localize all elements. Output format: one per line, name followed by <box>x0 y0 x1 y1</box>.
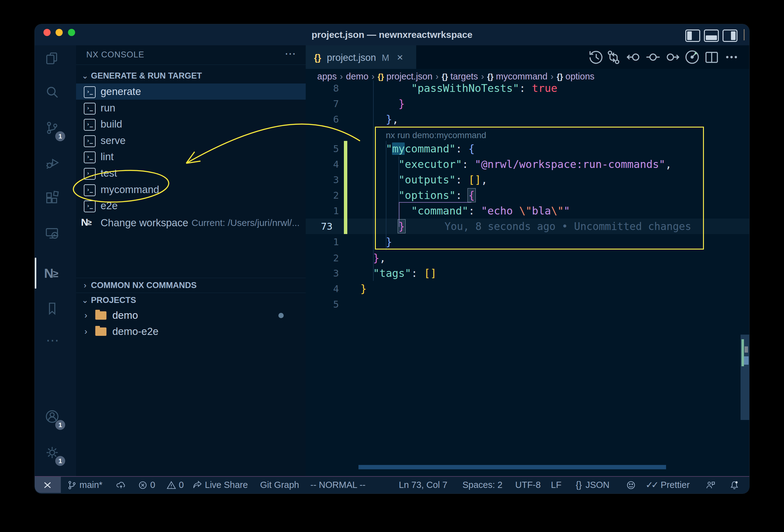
next-change-icon[interactable] <box>664 49 681 66</box>
toggle-panel-icon[interactable] <box>704 29 719 42</box>
branch-name: main* <box>80 480 103 490</box>
line-number[interactable]: 4 <box>306 157 339 172</box>
breadcrumb-apps[interactable]: apps <box>317 72 337 81</box>
chevron-down-icon: ⌄ <box>80 69 90 82</box>
line-number[interactable]: 7 <box>306 96 339 111</box>
more-views-icon[interactable]: ⋯ <box>46 333 60 347</box>
code-line[interactable]: }, <box>360 250 386 266</box>
target-item-generate[interactable]: ›_ generate <box>76 83 306 100</box>
code-line[interactable]: "tags": [] <box>360 265 437 281</box>
tab-project-json[interactable]: {} project.json M × <box>306 45 416 69</box>
target-item-build[interactable]: ›_ build <box>76 116 306 132</box>
feedback-smiley-button[interactable] <box>626 477 639 493</box>
section-common-nx-commands[interactable]: › COMMON NX COMMANDS <box>76 279 306 291</box>
timeline-history-icon[interactable] <box>588 49 605 66</box>
sidebar-more-actions-icon[interactable]: ⋯ <box>285 47 297 60</box>
target-item-e2e[interactable]: ›_ e2e <box>76 198 306 214</box>
close-tab-icon[interactable]: × <box>397 51 403 63</box>
indentation-status[interactable]: Spaces: 2 <box>463 477 503 493</box>
more-actions-icon[interactable] <box>723 49 740 66</box>
current-change-icon[interactable] <box>644 49 662 66</box>
line-number[interactable]: 2 <box>306 188 339 203</box>
errors-status[interactable]: 0 <box>138 477 155 493</box>
feedback-person-button[interactable] <box>705 477 718 493</box>
code-line[interactable]: "passWithNoTests": true <box>360 80 557 96</box>
eol-status[interactable]: LF <box>551 477 561 493</box>
breadcrumb-demo[interactable]: demo <box>346 72 369 81</box>
run-debug-icon[interactable] <box>45 156 59 170</box>
project-item-demo[interactable]: › demo <box>76 307 306 324</box>
overview-ruler-mark <box>745 346 748 353</box>
search-icon[interactable] <box>45 85 59 100</box>
prettier-status[interactable]: ✓✓Prettier <box>646 477 690 493</box>
modified-lines-gutter-bar <box>344 141 347 234</box>
vim-mode-indicator[interactable]: -- NORMAL -- <box>310 477 366 493</box>
nx-console-icon[interactable]: N≥ <box>44 266 58 281</box>
sync-changes-button[interactable] <box>116 477 129 493</box>
section-generate-run-target[interactable]: ⌄ GENERATE & RUN TARGET <box>76 69 306 82</box>
line-number[interactable]: 2 <box>306 250 339 266</box>
sidebar-title: NX CONSOLE <box>86 49 144 61</box>
chevron-right-icon[interactable]: › <box>84 307 87 324</box>
live-share-button[interactable]: Live Share <box>192 477 248 493</box>
json-file-icon: {} <box>314 53 321 63</box>
line-number[interactable]: 1 <box>306 203 339 219</box>
line-number[interactable]: 1 <box>306 234 339 250</box>
breadcrumb-mycommand[interactable]: mycommand <box>496 72 548 81</box>
horizontal-scrollbar[interactable] <box>359 465 666 469</box>
warnings-status[interactable]: 0 <box>166 477 184 493</box>
change-workspace-item[interactable]: N≥ Change workspace Current: /Users/juri… <box>76 215 306 231</box>
line-number[interactable]: 5 <box>306 297 339 312</box>
nx-logo-gt: ≥ <box>53 268 58 279</box>
chevron-right-icon[interactable]: › <box>84 324 87 340</box>
breadcrumb-options[interactable]: options <box>565 72 595 81</box>
line-number[interactable]: 8 <box>306 80 339 96</box>
code-line[interactable]: }, <box>360 111 398 127</box>
target-item-test[interactable]: ›_ test <box>76 165 306 181</box>
target-label: test <box>101 165 117 181</box>
git-branch-icon <box>67 480 77 490</box>
toggle-sidebar-icon[interactable] <box>685 29 700 42</box>
target-item-run[interactable]: ›_ run <box>76 100 306 116</box>
breadcrumb-project-json[interactable]: project.json <box>386 72 432 81</box>
project-label: demo <box>112 307 138 324</box>
tab-git-status: M <box>382 53 389 63</box>
current-line-number[interactable]: 73 <box>321 219 361 234</box>
target-item-mycommand[interactable]: ›_ mycommand <box>76 181 306 198</box>
minimize-window-button[interactable] <box>56 29 63 36</box>
extensions-icon[interactable] <box>45 190 59 204</box>
compare-changes-icon[interactable] <box>605 49 622 66</box>
git-branch-status[interactable]: main* <box>67 477 103 493</box>
target-item-serve[interactable]: ›_ serve <box>76 133 306 149</box>
remote-explorer-icon[interactable] <box>45 226 59 240</box>
error-icon <box>138 480 148 490</box>
line-number[interactable]: 3 <box>306 172 339 188</box>
close-window-button[interactable] <box>44 29 51 36</box>
line-number[interactable]: 3 <box>306 265 339 281</box>
cursor-position-status[interactable]: Ln 73, Col 7 <box>399 477 447 493</box>
target-item-lint[interactable]: ›_ lint <box>76 149 306 165</box>
zoom-window-button[interactable] <box>68 29 75 36</box>
git-graph-button[interactable]: Git Graph <box>260 477 299 493</box>
explorer-icon[interactable] <box>45 51 59 65</box>
encoding-status[interactable]: UTF-8 <box>515 477 541 493</box>
bookmarks-icon[interactable] <box>45 301 59 316</box>
section-projects[interactable]: ⌄ PROJECTS <box>76 294 306 306</box>
split-editor-icon[interactable] <box>703 49 720 66</box>
sidebar-divider <box>76 278 306 278</box>
notifications-bell-button[interactable] <box>729 477 742 493</box>
breadcrumb-targets[interactable]: targets <box>450 72 478 81</box>
git-graph-label: Git Graph <box>260 480 299 490</box>
toggle-secondary-sidebar-icon[interactable] <box>723 29 737 42</box>
previous-change-icon[interactable] <box>625 49 642 66</box>
line-number[interactable]: 6 <box>306 111 339 127</box>
line-number[interactable]: 5 <box>306 141 339 157</box>
change-workspace-detail: Current: /Users/juri/nrwl/... <box>192 215 300 231</box>
remote-indicator[interactable] <box>35 477 61 493</box>
code-line[interactable]: } <box>360 281 367 297</box>
line-number[interactable]: 4 <box>306 281 339 297</box>
language-mode-status[interactable]: {}JSON <box>576 477 610 493</box>
project-item-demo-e2e[interactable]: › demo-e2e <box>76 324 306 340</box>
open-timeline-icon[interactable] <box>683 49 701 66</box>
code-line[interactable]: } <box>360 96 405 111</box>
